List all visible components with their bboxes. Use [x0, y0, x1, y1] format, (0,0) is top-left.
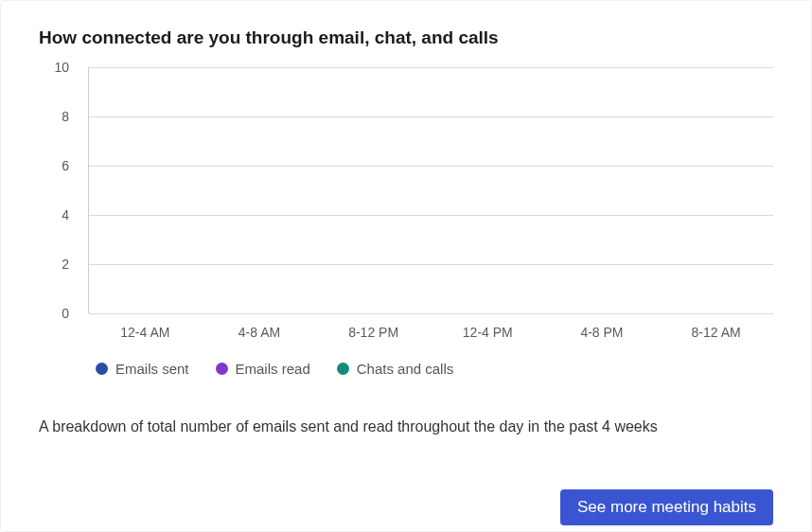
y-tick-label: 6	[62, 158, 69, 173]
y-tick-label: 8	[62, 109, 69, 124]
bar-group	[89, 67, 773, 313]
legend: Emails sentEmails readChats and calls	[96, 361, 773, 377]
legend-swatch	[337, 363, 349, 375]
y-tick-label: 10	[54, 60, 69, 75]
legend-swatch	[96, 363, 108, 375]
gridline	[89, 116, 773, 117]
gridline	[89, 166, 773, 167]
legend-item: Chats and calls	[337, 361, 454, 377]
y-tick-label: 4	[62, 207, 69, 222]
legend-swatch	[216, 363, 228, 375]
legend-label: Chats and calls	[357, 361, 454, 377]
y-tick-label: 0	[62, 306, 69, 321]
x-axis: 12-4 AM4-8 AM8-12 PM12-4 PM4-8 PM8-12 AM	[88, 313, 773, 351]
chart: 0246810 12-4 AM4-8 AM8-12 PM12-4 PM4-8 P…	[58, 67, 773, 351]
legend-item: Emails read	[216, 361, 310, 377]
legend-label: Emails read	[236, 361, 310, 377]
y-tick-label: 2	[62, 257, 69, 272]
gridline	[89, 264, 773, 265]
x-tick-label: 4-8 AM	[207, 313, 311, 351]
legend-item: Emails sent	[96, 361, 189, 377]
plot-area	[88, 67, 773, 313]
card-title: How connected are you through email, cha…	[39, 27, 773, 48]
see-more-button[interactable]: See more meeting habits	[560, 489, 773, 525]
x-tick-label: 12-4 AM	[93, 313, 197, 351]
y-axis: 0246810	[48, 67, 77, 313]
x-tick-label: 4-8 PM	[550, 313, 654, 351]
x-tick-label: 8-12 PM	[322, 313, 426, 351]
legend-label: Emails sent	[115, 361, 189, 377]
gridline	[89, 67, 773, 68]
insights-card: How connected are you through email, cha…	[0, 0, 812, 532]
x-tick-label: 8-12 AM	[664, 313, 768, 351]
x-tick-label: 12-4 PM	[435, 313, 539, 351]
gridline	[89, 215, 773, 216]
card-description: A breakdown of total number of emails se…	[39, 417, 773, 437]
